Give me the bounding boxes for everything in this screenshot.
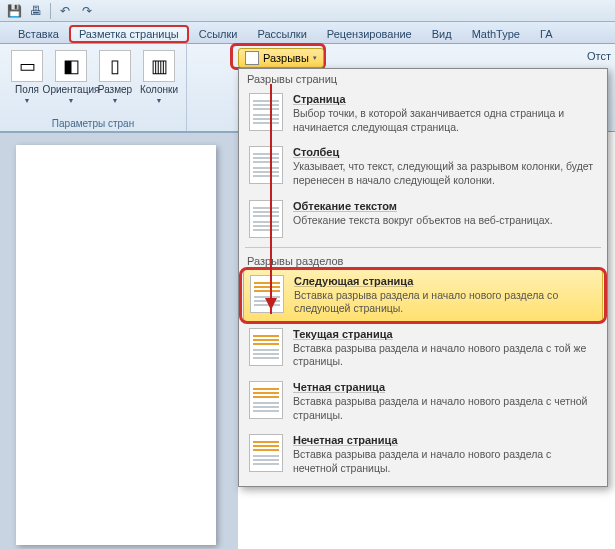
next-page-icon [250,275,284,313]
menu-section-page-breaks: Разрывы страниц [239,69,607,87]
margins-label: Поля [15,84,39,95]
menu-item-continuous[interactable]: Текущая страница Вставка разрыва раздела… [239,322,607,375]
menu-item-desc: Обтекание текста вокруг объектов на веб-… [293,214,597,228]
breaks-dropdown-menu: Разрывы страниц Страница Выбор точки, в … [238,68,608,487]
menu-item-title: Четная страница [293,381,597,393]
menu-divider [245,247,601,248]
chevron-down-icon: ▼ [68,97,75,104]
breaks-label: Разрывы [263,52,309,64]
text-wrap-icon [249,200,283,238]
columns-button[interactable]: ▥ Колонки ▼ [138,48,180,106]
columns-icon: ▥ [143,50,175,82]
document-area [0,132,238,549]
menu-item-title: Нечетная страница [293,434,597,446]
menu-item-desc: Вставка разрыва раздела и начало нового … [293,448,597,475]
orientation-button[interactable]: ◧ Ориентация ▼ [50,48,92,106]
menu-item-page[interactable]: Страница Выбор точки, в которой заканчив… [239,87,607,140]
tab-mathtype[interactable]: MathType [462,25,530,43]
menu-item-desc: Вставка разрыва раздела и начало нового … [293,395,597,422]
tab-mailings[interactable]: Рассылки [247,25,316,43]
save-icon[interactable]: 💾 [6,3,22,19]
menu-item-column[interactable]: Столбец Указывает, что текст, следующий … [239,140,607,193]
right-group-partial: Отст [587,50,611,62]
menu-item-title: Следующая страница [294,275,596,287]
chevron-down-icon: ▼ [112,97,119,104]
group-label-page-setup: Параметры стран [6,116,180,129]
size-icon: ▯ [99,50,131,82]
odd-page-icon [249,434,283,472]
chevron-down-icon: ▾ [313,54,317,62]
margins-icon: ▭ [11,50,43,82]
tab-review[interactable]: Рецензирование [317,25,422,43]
undo-icon[interactable]: ↶ [57,3,73,19]
orientation-icon: ◧ [55,50,87,82]
tab-insert[interactable]: Вставка [8,25,69,43]
redo-icon[interactable]: ↷ [79,3,95,19]
column-break-icon [249,146,283,184]
menu-item-title: Обтекание текстом [293,200,597,212]
menu-item-title: Текущая страница [293,328,597,340]
group-page-setup: ▭ Поля ▼ ◧ Ориентация ▼ ▯ Размер ▼ ▥ Кол… [0,44,187,131]
menu-item-text-wrapping[interactable]: Обтекание текстом Обтекание текста вокру… [239,194,607,244]
even-page-icon [249,381,283,419]
ribbon-tabs: Вставка Разметка страницы Ссылки Рассылк… [0,22,615,44]
menu-item-desc: Выбор точки, в которой заканчивается одн… [293,107,597,134]
tab-references[interactable]: Ссылки [189,25,248,43]
menu-item-desc: Вставка разрыва раздела и начало нового … [293,342,597,369]
tab-extra[interactable]: ГА [530,25,563,43]
chevron-down-icon: ▼ [156,97,163,104]
menu-item-even-page[interactable]: Четная страница Вставка разрыва раздела … [239,375,607,428]
qat-separator [50,3,51,19]
orientation-label: Ориентация [43,84,100,95]
breaks-icon [245,51,259,65]
page-break-icon [249,93,283,131]
print-icon[interactable]: 🖶 [28,3,44,19]
menu-item-odd-page[interactable]: Нечетная страница Вставка разрыва раздел… [239,428,607,481]
document-page[interactable] [16,145,216,545]
continuous-icon [249,328,283,366]
breaks-button[interactable]: Разрывы ▾ [238,48,324,68]
columns-label: Колонки [140,84,178,95]
size-button[interactable]: ▯ Размер ▼ [94,48,136,106]
margins-button[interactable]: ▭ Поля ▼ [6,48,48,106]
menu-item-desc: Указывает, что текст, следующий за разры… [293,160,597,187]
quick-access-toolbar: 💾 🖶 ↶ ↷ [0,0,615,22]
menu-section-section-breaks: Разрывы разделов [239,251,607,269]
size-label: Размер [98,84,132,95]
menu-item-title: Страница [293,93,597,105]
tab-page-layout[interactable]: Разметка страницы [69,25,189,43]
tab-view[interactable]: Вид [422,25,462,43]
chevron-down-icon: ▼ [24,97,31,104]
menu-item-title: Столбец [293,146,597,158]
menu-item-next-page[interactable]: Следующая страница Вставка разрыва разде… [243,269,603,322]
menu-item-desc: Вставка разрыва раздела и начало нового … [294,289,596,316]
